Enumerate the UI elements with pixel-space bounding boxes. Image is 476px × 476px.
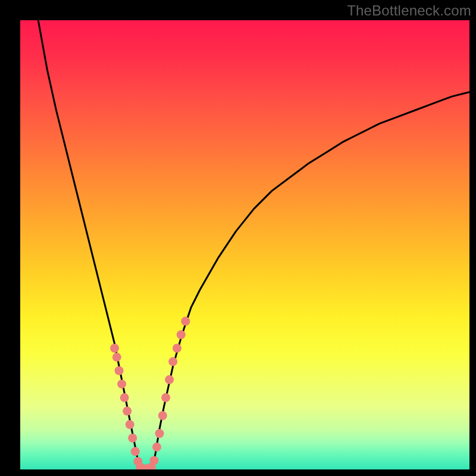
data-point	[158, 411, 167, 420]
data-point	[115, 366, 124, 375]
data-point	[110, 344, 119, 353]
dots-left	[110, 344, 147, 469]
data-point	[165, 375, 174, 384]
data-point	[112, 353, 121, 362]
data-point	[128, 434, 137, 443]
data-point	[161, 393, 170, 402]
data-point	[123, 406, 131, 415]
data-point	[173, 344, 181, 353]
data-point	[155, 429, 164, 438]
data-point	[152, 443, 161, 452]
data-point	[131, 447, 140, 456]
data-point	[149, 456, 158, 465]
data-point	[181, 317, 190, 325]
chart-frame: TheBottleneck.com	[0, 0, 476, 476]
data-point	[120, 393, 129, 402]
plot-area	[20, 20, 469, 469]
chart-svg	[20, 20, 469, 469]
data-point	[117, 380, 126, 389]
data-point	[168, 357, 177, 366]
watermark-text: TheBottleneck.com	[347, 2, 471, 19]
data-point	[126, 420, 134, 429]
bottleneck-curve	[38, 20, 469, 469]
data-point	[177, 330, 186, 339]
